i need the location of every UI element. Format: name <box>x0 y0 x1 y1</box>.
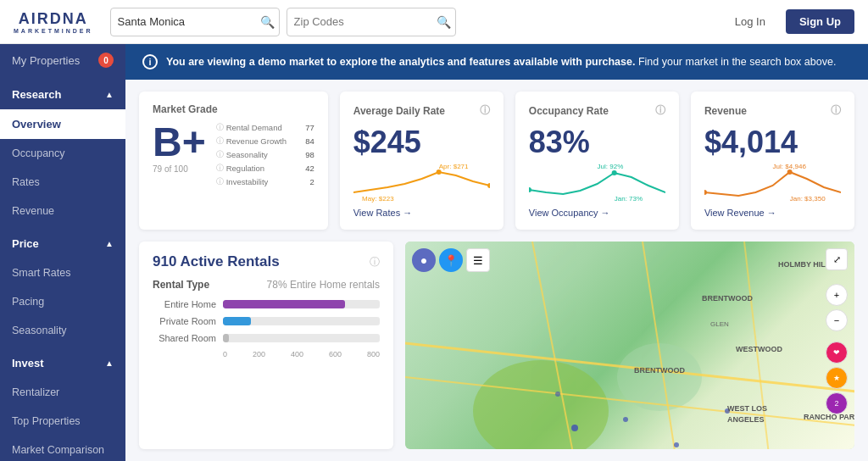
adr-card: Average Daily Rate ⓘ $245 Apr: $271 May:… <box>340 92 504 230</box>
map-pin-btn[interactable]: 📍 <box>439 248 463 272</box>
sidebar-item-seasonality[interactable]: Seasonality <box>0 316 125 345</box>
zipcode-search-input[interactable] <box>294 15 437 28</box>
grade-bar-value: 2 <box>299 177 314 186</box>
rates-label: Rates <box>12 176 40 188</box>
view-occupancy-link[interactable]: View Occupancy → <box>529 208 665 218</box>
view-revenue-link[interactable]: View Revenue → <box>704 208 841 218</box>
map-zoom-out-btn[interactable]: − <box>826 309 848 331</box>
my-properties-label: My Properties <box>12 54 80 67</box>
sidebar-section-invest[interactable]: Invest ▲ <box>0 348 125 378</box>
grade-letter-block: B+ 79 of 100 <box>153 122 206 190</box>
info-icon: i <box>142 54 158 69</box>
map-zoom-in-btn[interactable]: + <box>826 284 848 306</box>
sidebar-section-price[interactable]: Price ▲ <box>0 229 125 258</box>
map-expand-btn[interactable]: ⤢ <box>826 248 848 270</box>
sidebar: My Properties 0 Research ▲ Overview Occu… <box>0 44 125 461</box>
rentals-info-icon[interactable]: ⓘ <box>370 255 380 269</box>
sidebar-item-market-comparison[interactable]: Market Comparison <box>0 436 125 461</box>
grade-bar-label: ⓘ Regulation <box>216 163 292 174</box>
grade-bar-label: ⓘ Investability <box>216 176 292 187</box>
view-rates-link[interactable]: View Rates → <box>353 208 490 218</box>
rental-type-header: Rental Type 78% Entire Home rentals <box>153 279 380 291</box>
my-properties-badge: 0 <box>98 53 114 68</box>
sidebar-item-smart-rates[interactable]: Smart Rates <box>0 258 125 287</box>
svg-point-23 <box>555 392 560 397</box>
search-icon-2: 🔍 <box>437 15 451 29</box>
map-ctrl-3[interactable]: 2 <box>826 392 848 414</box>
svg-point-20 <box>674 442 679 447</box>
occ-info-icon[interactable]: ⓘ <box>655 103 665 118</box>
map-svg: HOLMBY HILLS BRENTWOOD GLEN WESTWOOD BRE… <box>405 242 854 449</box>
sidebar-item-rentalizer[interactable]: Rentalizer <box>0 378 125 407</box>
chevron-up-icon-3: ▲ <box>105 358 114 368</box>
chevron-up-icon: ▲ <box>105 90 114 99</box>
entire-home-label: Entire Home <box>153 299 216 309</box>
banner-regular-text: Find your market in the search box above… <box>638 56 836 68</box>
location-search-input[interactable] <box>118 15 260 28</box>
sidebar-item-my-properties[interactable]: My Properties 0 <box>0 44 125 76</box>
logo: AIRDNA MARKETMINDER <box>14 10 93 34</box>
rentalizer-label: Rentalizer <box>12 386 59 398</box>
svg-point-12 <box>473 360 609 449</box>
svg-text:BRENTWOOD: BRENTWOOD <box>702 294 753 303</box>
map-list-btn[interactable]: ☰ <box>466 248 490 272</box>
market-grade-card: Market Grade B+ 79 of 100 ⓘ Rental Deman… <box>139 92 328 230</box>
smart-rates-label: Smart Rates <box>12 267 70 279</box>
svg-text:Jul: 92%: Jul: 92% <box>597 163 623 170</box>
sidebar-item-top-properties[interactable]: Top Properties <box>0 407 125 436</box>
sidebar-item-occupancy[interactable]: Occupancy <box>0 139 125 168</box>
revenue-title: Revenue ⓘ <box>704 103 841 118</box>
map-ctrl-2[interactable]: ★ <box>826 367 848 389</box>
svg-text:WESTWOOD: WESTWOOD <box>736 345 782 353</box>
price-label: Price <box>12 237 39 250</box>
occupancy-label: Occupancy <box>12 147 65 159</box>
svg-text:May: $223: May: $223 <box>362 195 394 203</box>
location-search-box[interactable]: 🔍 <box>110 8 280 36</box>
sidebar-item-rates[interactable]: Rates <box>0 168 125 197</box>
pacing-label: Pacing <box>12 296 44 308</box>
private-room-track <box>223 317 380 325</box>
zipcode-search-box[interactable]: 🔍 <box>287 8 456 36</box>
logo-sub: MARKETMINDER <box>14 28 93 34</box>
rev-chart: Jul: $4,946 Jan: $3,350 <box>704 160 841 203</box>
occupancy-value: 83% <box>529 125 665 160</box>
grade-letter: B+ <box>153 122 206 163</box>
grade-score: 79 of 100 <box>153 164 206 174</box>
adr-info-icon[interactable]: ⓘ <box>480 103 490 118</box>
svg-text:GLEN: GLEN <box>710 320 729 328</box>
logo-text: AIRDNA <box>19 10 88 28</box>
shared-room-label: Shared Room <box>153 333 216 343</box>
shared-room-bar <box>223 334 229 342</box>
research-label: Research <box>12 88 62 101</box>
map-ctrl-1[interactable]: ❤ <box>826 342 848 364</box>
list-item: ⓘ Regulation 42 <box>216 163 314 174</box>
rev-info-icon[interactable]: ⓘ <box>831 103 841 118</box>
sidebar-item-overview[interactable]: Overview <box>0 109 125 139</box>
grade-bar-label: ⓘ Rental Demand <box>216 122 292 133</box>
adr-chart: Apr: $271 May: $223 <box>353 160 490 203</box>
sidebar-section-research[interactable]: Research ▲ <box>0 80 125 109</box>
list-item: Shared Room <box>153 333 380 343</box>
map-controls: ● 📍 ☰ <box>412 248 490 272</box>
map-location-btn[interactable]: ● <box>412 248 436 272</box>
sidebar-item-revenue[interactable]: Revenue <box>0 197 125 225</box>
revenue-card: Revenue ⓘ $4,014 Jul: $4,946 Jan: $3,350… <box>691 92 854 230</box>
seasonality-label: Seasonality <box>12 325 67 336</box>
invest-label: Invest <box>12 357 44 369</box>
login-button[interactable]: Log In <box>725 10 776 33</box>
svg-point-5 <box>611 170 616 175</box>
svg-text:Jul: $4,946: Jul: $4,946 <box>772 163 806 170</box>
market-comparison-label: Market Comparison <box>12 444 104 456</box>
svg-point-19 <box>571 425 578 431</box>
list-item: ⓘ Rental Demand 77 <box>216 122 314 133</box>
map-pin-icon: 📍 <box>444 254 458 267</box>
search-group: 🔍 🔍 <box>110 8 725 36</box>
bottom-row: 910 Active Rentals ⓘ Rental Type 78% Ent… <box>125 242 868 461</box>
signup-button[interactable]: Sign Up <box>786 9 854 34</box>
svg-point-11 <box>704 190 707 195</box>
private-room-label: Private Room <box>153 316 216 326</box>
chevron-up-icon-2: ▲ <box>105 239 114 248</box>
sidebar-item-pacing[interactable]: Pacing <box>0 287 125 316</box>
svg-text:Jan: $3,350: Jan: $3,350 <box>790 195 826 203</box>
svg-point-7 <box>529 187 531 192</box>
